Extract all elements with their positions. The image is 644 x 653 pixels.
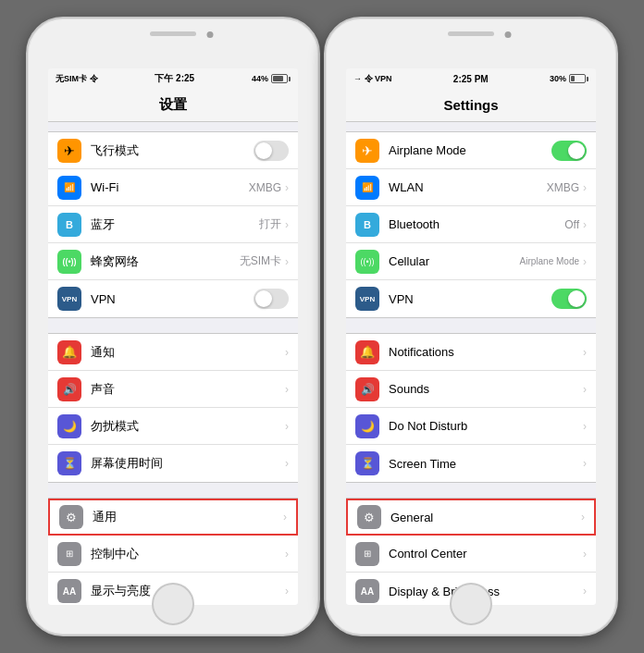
battery-icon-right [569, 74, 588, 83]
general-label-left: 通用 [93, 509, 283, 525]
row-vpn-left[interactable]: VPN VPN [48, 280, 298, 317]
dnd-chevron-right: › [583, 420, 587, 433]
notifications-label-right: Notifications [389, 345, 583, 359]
controlcenter-chevron-right: › [583, 548, 587, 561]
row-general-right[interactable]: ⚙ General › [346, 499, 596, 536]
vpn-icon-right: VPN [355, 287, 379, 311]
cellular-chevron-right: › [583, 255, 587, 268]
cellular-label-left: 蜂窝网络 [91, 253, 240, 270]
screen-left: 无SIM卡 令 下午 2:25 44% 设置 [48, 68, 298, 605]
status-center-right: 2:25 PM [453, 74, 489, 84]
settings-list-left[interactable]: ✈ 飞行模式 📶 Wi-Fi XMBG › B 蓝牙 打开 › [48, 122, 298, 605]
row-screentime-right[interactable]: ⏳ Screen Time › [346, 445, 596, 482]
screentime-chevron-left: › [285, 457, 289, 470]
settings-group-1-right: ✈ Airplane Mode 📶 WLAN XMBG › B Bluetoot… [346, 131, 596, 318]
phone-top-left [28, 18, 318, 68]
status-bar-right: → 令 VPN 2:25 PM 30% [346, 68, 596, 89]
airplane-icon-left: ✈ [57, 139, 81, 163]
sounds-icon-right: 🔊 [355, 377, 379, 401]
battery-percent-right: 30% [550, 74, 566, 83]
row-cellular-right[interactable]: ((•)) Cellular Airplane Mode › [346, 243, 596, 280]
screen-right: → 令 VPN 2:25 PM 30% Settings [346, 68, 596, 605]
notifications-chevron-right: › [583, 346, 587, 359]
row-dnd-right[interactable]: 🌙 Do Not Disturb › [346, 408, 596, 445]
row-vpn-right[interactable]: VPN VPN [346, 280, 596, 317]
wifi-label-right: WLAN [389, 180, 547, 194]
status-center-left: 下午 2:25 [155, 72, 194, 85]
camera-left [207, 31, 214, 38]
dnd-icon-left: 🌙 [57, 414, 81, 438]
home-button-left[interactable] [152, 583, 194, 625]
home-button-right[interactable] [450, 583, 492, 625]
row-wifi-right[interactable]: 📶 WLAN XMBG › [346, 169, 596, 206]
screentime-chevron-right: › [583, 457, 587, 470]
general-chevron-right: › [581, 511, 585, 524]
vpn-label-left: VPN [91, 292, 254, 306]
screentime-label-right: Screen Time [389, 457, 583, 471]
screentime-label-left: 屏幕使用时间 [91, 455, 285, 472]
bluetooth-icon-left: B [57, 213, 81, 237]
row-notifications-right[interactable]: 🔔 Notifications › [346, 334, 596, 371]
row-airplane-left[interactable]: ✈ 飞行模式 [48, 132, 298, 169]
settings-group-2-left: 🔔 通知 › 🔊 声音 › 🌙 勿扰模式 › [48, 333, 298, 483]
status-right-right: 30% [550, 74, 588, 83]
row-bluetooth-right[interactable]: B Bluetooth Off › [346, 206, 596, 243]
display-icon-right: AA [355, 579, 379, 603]
carrier-left: 无SIM卡 令 [56, 73, 98, 85]
airplane-toggle-right[interactable] [551, 141, 587, 161]
controlcenter-icon-left: ⊞ [57, 542, 81, 566]
nav-title-right: Settings [443, 97, 498, 113]
sounds-chevron-right: › [583, 383, 587, 396]
status-bar-left: 无SIM卡 令 下午 2:25 44% [48, 68, 298, 89]
battery-left: 44% [252, 74, 268, 83]
cellular-value-right: Airplane Mode [520, 256, 579, 266]
speaker-right [448, 31, 494, 36]
bluetooth-label-right: Bluetooth [389, 217, 564, 231]
speaker-left [150, 31, 196, 36]
row-screentime-left[interactable]: ⏳ 屏幕使用时间 › [48, 445, 298, 482]
row-sounds-right[interactable]: 🔊 Sounds › [346, 371, 596, 408]
nav-bar-left: 设置 [48, 89, 298, 122]
sounds-label-left: 声音 [91, 381, 285, 398]
bluetooth-value-left: 打开 [259, 216, 281, 232]
phone-top-right [326, 18, 616, 68]
settings-group-1-left: ✈ 飞行模式 📶 Wi-Fi XMBG › B 蓝牙 打开 › [48, 131, 298, 318]
dnd-chevron-left: › [285, 420, 289, 433]
row-controlcenter-right[interactable]: ⊞ Control Center › [346, 536, 596, 573]
row-bluetooth-left[interactable]: B 蓝牙 打开 › [48, 206, 298, 243]
bluetooth-chevron-right: › [583, 218, 587, 231]
row-cellular-left[interactable]: ((•)) 蜂窝网络 无SIM卡 › [48, 243, 298, 280]
dnd-label-right: Do Not Disturb [389, 419, 583, 433]
general-label-right: General [390, 511, 581, 524]
vpn-icon-left: VPN [57, 287, 81, 311]
notifications-icon-left: 🔔 [57, 340, 81, 364]
controlcenter-icon-right: ⊞ [355, 542, 379, 566]
screentime-icon-right: ⏳ [355, 451, 379, 475]
sounds-chevron-left: › [285, 383, 289, 396]
screentime-icon-left: ⏳ [57, 451, 81, 475]
bluetooth-chevron-left: › [285, 218, 289, 231]
cellular-label-right: Cellular [389, 254, 520, 268]
row-airplane-right[interactable]: ✈ Airplane Mode [346, 132, 596, 169]
controlcenter-chevron-left: › [285, 548, 289, 561]
notifications-chevron-left: › [285, 346, 289, 359]
row-controlcenter-left[interactable]: ⊞ 控制中心 › [48, 536, 298, 573]
row-dnd-left[interactable]: 🌙 勿扰模式 › [48, 408, 298, 445]
wifi-chevron-left: › [285, 181, 289, 194]
airplane-toggle-left[interactable] [254, 141, 289, 161]
nav-title-left: 设置 [159, 96, 187, 114]
notifications-label-left: 通知 [91, 344, 285, 361]
display-chevron-right: › [583, 585, 587, 598]
vpn-toggle-right[interactable] [551, 289, 587, 309]
vpn-toggle-left[interactable] [254, 289, 289, 309]
settings-list-right[interactable]: ✈ Airplane Mode 📶 WLAN XMBG › B Bluetoot… [346, 122, 596, 605]
bluetooth-label-left: 蓝牙 [91, 216, 259, 233]
row-general-left[interactable]: ⚙ 通用 › [48, 499, 298, 536]
row-wifi-left[interactable]: 📶 Wi-Fi XMBG › [48, 169, 298, 206]
row-sounds-left[interactable]: 🔊 声音 › [48, 371, 298, 408]
phone-right: → 令 VPN 2:25 PM 30% Settings [324, 17, 618, 636]
status-left-right: → 令 VPN [353, 73, 392, 85]
row-notifications-left[interactable]: 🔔 通知 › [48, 334, 298, 371]
phones-container: 无SIM卡 令 下午 2:25 44% 设置 [26, 17, 618, 636]
wifi-icon-left: 📶 [57, 176, 81, 200]
